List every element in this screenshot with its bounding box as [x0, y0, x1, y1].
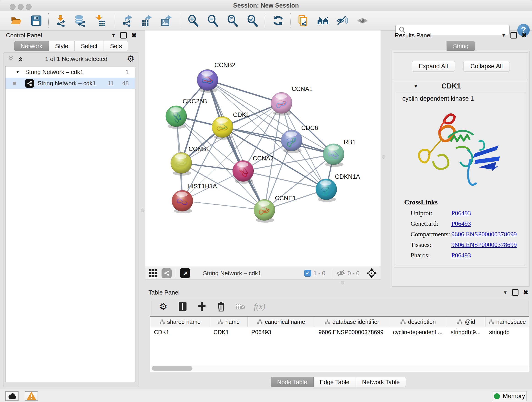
table-cell[interactable]: 9606.ENSP00000378699: [315, 327, 389, 337]
network-node-ccne1[interactable]: CCNE1: [254, 195, 296, 223]
crosslink-link[interactable]: P06493: [451, 220, 471, 227]
network-node-cdkn1a[interactable]: CDKN1A: [316, 173, 360, 202]
network-node-ccna1[interactable]: CCNA1: [271, 85, 313, 115]
zoom-selected-button[interactable]: [247, 15, 259, 27]
panel-menu-icon[interactable]: ▼: [503, 290, 508, 295]
table-row[interactable]: CDK1CDK1P064939606.ENSP00000378699cyclin…: [150, 327, 529, 337]
trash-icon: [217, 301, 225, 312]
crosslink-link[interactable]: P06493: [451, 210, 471, 217]
column-header-canonicalname[interactable]: canonical name: [248, 317, 315, 327]
create-column-button[interactable]: [197, 301, 207, 312]
network-node-ccnb1[interactable]: CCNB1: [171, 146, 210, 176]
open-session-button[interactable]: [10, 15, 22, 27]
table-cell[interactable]: P06493: [248, 327, 315, 337]
tab-network[interactable]: Network: [14, 41, 49, 51]
export-network-button[interactable]: [121, 15, 133, 27]
float-panel-icon[interactable]: [510, 32, 517, 38]
network-collection-row[interactable]: ▼ String Network – cdk1 1: [6, 66, 135, 78]
export-image-icon: [160, 15, 172, 27]
refresh-button[interactable]: [272, 15, 284, 27]
table-cell[interactable]: CDK1: [150, 327, 210, 337]
close-panel-icon[interactable]: ✖: [131, 32, 137, 38]
tab-string[interactable]: String: [447, 41, 475, 51]
delete-column-button[interactable]: [216, 301, 226, 312]
table-cell[interactable]: cyclin-dependent ...: [389, 327, 447, 337]
crosslink-link[interactable]: 9606.ENSP00000378699: [451, 241, 517, 249]
collapse-all-icon[interactable]: [8, 56, 16, 62]
function-builder-button[interactable]: f(x): [254, 301, 265, 312]
zoom-out-button[interactable]: [207, 15, 219, 27]
network-edge[interactable]: [208, 80, 282, 103]
expand-all-icon[interactable]: [18, 56, 26, 62]
column-header-namespace[interactable]: namespace: [486, 317, 529, 327]
column-header-databaseidentifier[interactable]: database identifier: [315, 317, 389, 327]
table-cell[interactable]: CDK1: [210, 327, 248, 337]
expand-all-button[interactable]: Expand All: [412, 61, 455, 72]
network-edge[interactable]: [208, 80, 264, 210]
selected-indicator-checkbox[interactable]: ✓: [304, 270, 311, 277]
network-edge[interactable]: [182, 201, 264, 210]
tab-network-table[interactable]: Network Table: [356, 377, 406, 387]
network-share-view-button[interactable]: [162, 268, 172, 278]
import-network-button[interactable]: [55, 15, 67, 27]
tab-select[interactable]: Select: [75, 41, 104, 51]
birdseye-view-button[interactable]: ↗: [180, 268, 190, 278]
panel-menu-icon[interactable]: ▼: [501, 33, 506, 38]
close-window-button[interactable]: [10, 4, 16, 10]
network-canvas[interactable]: CCNB2CCNA1CDC25BCDK1CDC6RB1CCNB1CCNA2CDK…: [145, 30, 381, 267]
show-columns-button[interactable]: [177, 301, 188, 312]
table-cell[interactable]: stringdb:9...: [447, 327, 486, 337]
hide-graphics-button[interactable]: [336, 15, 348, 27]
float-panel-icon[interactable]: [120, 32, 127, 38]
gene-collapse-caret-icon[interactable]: ▼: [413, 84, 418, 89]
tab-style[interactable]: Style: [49, 41, 75, 51]
network-edge[interactable]: [243, 171, 326, 189]
network-row[interactable]: String Network – cdk1 11 48: [6, 78, 135, 89]
column-header-id[interactable]: @id: [447, 317, 486, 327]
table-cell[interactable]: stringdb: [486, 327, 529, 337]
collection-caret-icon[interactable]: ▼: [16, 70, 20, 75]
crosslink-link[interactable]: P06493: [451, 252, 471, 259]
cloud-status-button[interactable]: [5, 391, 19, 401]
collapse-all-button[interactable]: Collapse All: [463, 61, 510, 72]
collection-network-count: 1: [126, 69, 129, 76]
column-header-description[interactable]: description: [389, 317, 447, 327]
right-divider-handle[interactable]: [382, 155, 385, 159]
home-button[interactable]: [317, 15, 329, 27]
export-image-button[interactable]: [160, 15, 172, 27]
minimize-window-button[interactable]: [18, 4, 24, 10]
close-panel-icon[interactable]: ✖: [521, 32, 527, 38]
import-network-from-database-button[interactable]: [74, 15, 86, 27]
scrollbar-thumb[interactable]: [152, 366, 192, 370]
network-node-rb1[interactable]: RB1: [323, 139, 356, 167]
tab-sets[interactable]: Sets: [104, 41, 128, 51]
column-header-name[interactable]: name: [210, 317, 248, 327]
network-list: ▼ String Network – cdk1 1 String Network…: [5, 66, 135, 382]
zoom-fit-button[interactable]: [227, 15, 239, 27]
table-options-button[interactable]: ⚙: [158, 301, 168, 312]
warnings-button[interactable]: [25, 391, 38, 401]
import-table-button[interactable]: [94, 15, 106, 27]
network-node-hist1h1a[interactable]: HIST1H1A: [172, 183, 217, 213]
memory-button[interactable]: Memory: [493, 391, 526, 401]
hidden-eye-slash-icon[interactable]: [336, 269, 345, 277]
panel-menu-icon[interactable]: ▼: [111, 33, 116, 38]
save-session-button[interactable]: [30, 15, 42, 27]
crosslink-link[interactable]: 9606.ENSP00000378699: [451, 230, 517, 238]
duplicate-network-button[interactable]: [297, 15, 309, 27]
tab-edge-table[interactable]: Edge Table: [314, 377, 356, 387]
column-header-sharedname[interactable]: shared name: [150, 317, 210, 327]
zoom-in-button[interactable]: [187, 15, 199, 27]
fit-content-crosshair-icon[interactable]: [366, 268, 377, 279]
left-divider-handle[interactable]: [141, 209, 144, 212]
float-panel-icon[interactable]: [512, 289, 519, 296]
zoom-window-button[interactable]: [26, 4, 32, 10]
grid-view-icon[interactable]: [149, 269, 158, 278]
network-options-gear-icon[interactable]: ⚙: [127, 55, 134, 63]
clear-table-button[interactable]: [235, 301, 245, 312]
show-graphics-button[interactable]: [356, 15, 368, 27]
tab-node-table[interactable]: Node Table: [271, 377, 314, 387]
close-panel-icon[interactable]: ✖: [523, 289, 528, 296]
bottom-divider-handle[interactable]: [341, 281, 344, 284]
export-table-button[interactable]: [141, 15, 152, 27]
